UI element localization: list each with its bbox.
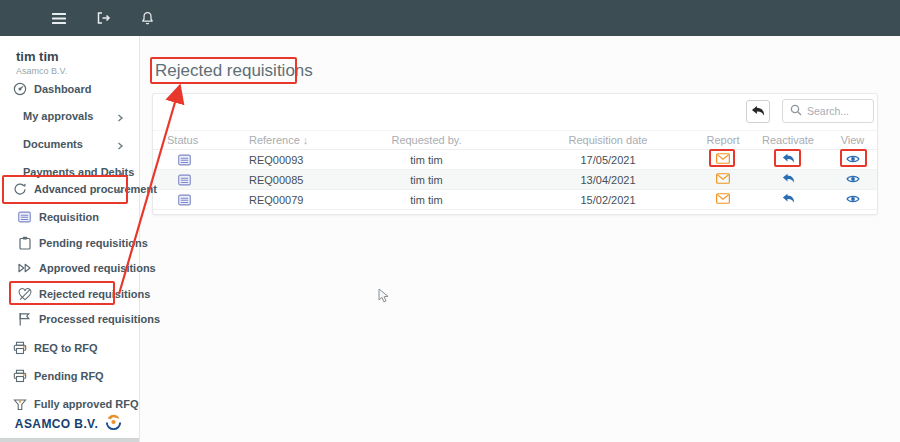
column-header-requested-by: Requested by. <box>335 134 518 146</box>
report-button[interactable] <box>698 193 748 206</box>
status-requisition-card-icon <box>153 174 215 186</box>
sidebar-item-my-approvals[interactable]: My approvals <box>0 104 139 128</box>
company-logo-text: ASAMCO B.V. <box>15 417 98 431</box>
fast-forward-icon <box>17 261 32 276</box>
table-row: REQ00085 tim tim 13/04/2021 <box>153 170 877 190</box>
sidebar-item-label: REQ to RFQ <box>34 342 98 354</box>
sidebar-item-label: Advanced procurement <box>34 183 157 195</box>
clipboard-icon <box>17 236 32 251</box>
flag-icon <box>17 312 32 327</box>
user-name: tim tim <box>16 49 123 64</box>
sidebar-item-label: Requisition <box>39 211 99 223</box>
reference-cell: REQ00085 <box>215 174 335 186</box>
logout-icon[interactable] <box>94 9 112 27</box>
asamco-logo-mark-icon <box>103 412 124 436</box>
column-header-status: Status <box>153 134 215 146</box>
sidebar-item-label: Rejected requisitions <box>39 288 150 300</box>
table-row: REQ00093 tim tim 17/05/2021 <box>153 150 877 170</box>
column-header-reactivate: Reactivate <box>748 134 828 146</box>
printer-icon <box>12 341 27 356</box>
column-header-requisition-date: Requisition date <box>518 134 698 146</box>
reference-cell: REQ00079 <box>215 194 335 206</box>
requested-by-cell: tim tim <box>335 194 518 206</box>
menu-icon[interactable] <box>50 9 68 27</box>
topbar <box>0 0 900 36</box>
user-block: tim tim Asamco B.V. <box>0 36 139 76</box>
view-button[interactable] <box>828 174 877 186</box>
chevron-right-icon <box>116 140 124 152</box>
company-logo: ASAMCO B.V. <box>0 411 139 437</box>
printer-icon <box>12 369 27 384</box>
sidebar-item-label: Documents <box>23 138 83 150</box>
requisition-card-icon <box>17 210 32 225</box>
sidebar-item-label: My approvals <box>23 110 93 122</box>
column-header-report: Report <box>698 134 748 146</box>
requisitions-table: Status Reference ↓ Requested by. Requisi… <box>153 130 877 210</box>
search-box <box>782 99 874 123</box>
reactivate-button[interactable] <box>748 173 828 186</box>
reference-cell: REQ00093 <box>215 154 335 166</box>
chevron-right-icon <box>116 112 124 124</box>
requested-by-cell: tim tim <box>335 154 518 166</box>
sidebar-scrollbar[interactable] <box>0 438 139 442</box>
sidebar: tim tim Asamco B.V. Dashboard My approva… <box>0 36 140 442</box>
report-button[interactable] <box>698 173 748 186</box>
sidebar-item-rejected-requisitions[interactable]: Rejected requisitions <box>0 282 139 306</box>
bell-icon[interactable] <box>138 9 156 27</box>
sidebar-item-approved-requisitions[interactable]: Approved requisitions <box>0 256 139 280</box>
requested-by-cell: tim tim <box>335 174 518 186</box>
sidebar-item-label: Dashboard <box>34 83 91 95</box>
requisitions-table-card: Status Reference ↓ Requested by. Requisi… <box>152 93 878 215</box>
sidebar-item-label: Fully approved RFQ <box>34 398 139 410</box>
status-requisition-card-icon <box>153 154 215 166</box>
requisition-date-cell: 17/05/2021 <box>518 154 698 166</box>
chevron-down-icon <box>115 185 124 197</box>
envelope-icon <box>716 193 730 206</box>
dashboard-icon <box>12 82 27 97</box>
sidebar-item-label: Approved requisitions <box>39 262 156 274</box>
eye-icon <box>846 154 860 166</box>
sidebar-item-advanced-procurement[interactable]: Advanced procurement <box>0 177 139 201</box>
requisition-date-cell: 13/04/2021 <box>518 174 698 186</box>
table-undo-button[interactable] <box>746 100 770 123</box>
eye-icon <box>846 174 860 186</box>
sidebar-item-processed-requisitions[interactable]: Processed requisitions <box>0 307 139 331</box>
reactivate-button[interactable] <box>748 193 828 206</box>
undo-icon <box>782 173 795 186</box>
undo-icon <box>782 153 795 166</box>
column-header-reference[interactable]: Reference ↓ <box>215 134 335 146</box>
eye-icon <box>846 194 860 206</box>
sidebar-item-dashboard[interactable]: Dashboard <box>0 77 139 101</box>
sidebar-item-req-to-rfq[interactable]: REQ to RFQ <box>0 336 139 360</box>
user-company: Asamco B.V. <box>16 66 123 76</box>
envelope-icon <box>716 173 730 186</box>
sidebar-item-requisition[interactable]: Requisition <box>0 205 139 229</box>
requisition-date-cell: 15/02/2021 <box>518 194 698 206</box>
page-title: Rejected requisitions <box>155 61 313 81</box>
column-header-view: View <box>828 134 877 146</box>
view-button[interactable] <box>828 194 877 206</box>
funnel-icon <box>12 397 27 412</box>
report-button[interactable] <box>698 153 748 166</box>
sidebar-item-label: Pending RFQ <box>34 370 104 382</box>
sort-descending-icon: ↓ <box>303 134 309 146</box>
undo-icon <box>782 193 795 206</box>
sidebar-item-label: Processed requisitions <box>39 313 160 325</box>
search-input[interactable] <box>807 105 869 117</box>
reactivate-button[interactable] <box>748 153 828 166</box>
status-requisition-card-icon <box>153 194 215 206</box>
sidebar-item-label: Pending requisitions <box>39 237 148 249</box>
sidebar-item-documents[interactable]: Documents <box>0 132 139 156</box>
table-header-row: Status Reference ↓ Requested by. Requisi… <box>153 130 877 150</box>
table-row: REQ00079 tim tim 15/02/2021 <box>153 190 877 210</box>
sidebar-item-pending-rfq[interactable]: Pending RFQ <box>0 364 139 388</box>
search-icon <box>790 102 802 120</box>
view-button[interactable] <box>828 154 877 166</box>
sidebar-item-pending-requisitions[interactable]: Pending requisitions <box>0 231 139 255</box>
recycle-icon <box>12 182 27 197</box>
undo-icon <box>751 103 765 121</box>
envelope-icon <box>716 153 730 166</box>
heart-off-icon <box>17 287 32 302</box>
